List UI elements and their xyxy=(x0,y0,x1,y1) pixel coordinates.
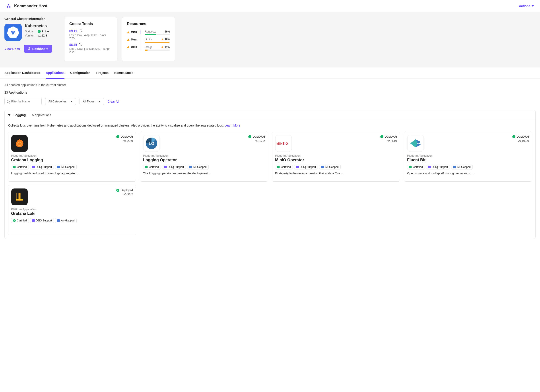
badge-support: D2iQ Support xyxy=(294,165,318,169)
app-icon xyxy=(407,135,424,152)
app-description: Open source and multi-platform log proce… xyxy=(407,172,529,175)
category-select[interactable]: All Categories xyxy=(45,98,76,105)
app-type: Platform Application xyxy=(11,207,133,211)
dashboard-button[interactable]: Dashboard xyxy=(24,45,52,53)
resource-tab-disk[interactable]: Disk xyxy=(127,45,138,49)
brand-logo-icon xyxy=(6,4,11,8)
check-circle-icon: ✓ xyxy=(248,135,251,138)
resource-tab-mem[interactable]: Mem xyxy=(127,38,138,41)
external-link-icon xyxy=(79,43,81,46)
app-card[interactable]: LO ✓Deployed v3.17.2 Platform Applicatio… xyxy=(140,132,268,182)
airgapped-icon xyxy=(57,219,60,222)
cost-value[interactable]: $8.75 xyxy=(69,43,112,46)
tab-projects[interactable]: Projects xyxy=(96,68,109,78)
clear-all-link[interactable]: Clear All xyxy=(107,100,119,103)
resource-tab-cpu[interactable]: CPU xyxy=(127,30,140,34)
badge-airgapped: Air-Gapped xyxy=(55,218,76,223)
cost-range: Last 7 Days | 29 Mar 2022 – 5 Apr 2022 xyxy=(69,47,112,54)
dashboard-label: Dashboard xyxy=(32,47,49,51)
airgapped-icon xyxy=(453,166,456,168)
tab-configuration[interactable]: Configuration xyxy=(70,68,90,78)
tab-application-dashboards[interactable]: Application Dashboards xyxy=(5,68,40,78)
tab-applications[interactable]: Applications xyxy=(46,68,65,79)
status-badge: ✓Deployed xyxy=(248,135,265,138)
view-docs-link[interactable]: View Docs xyxy=(5,47,20,51)
tab-namespaces[interactable]: Namespaces xyxy=(114,68,133,78)
filter-input-wrap[interactable] xyxy=(5,98,42,105)
type-label: All Types xyxy=(83,100,95,103)
app-version: v6.22.0 xyxy=(123,139,133,142)
badges: ✓Certified D2iQ Support Air-Gapped xyxy=(11,165,133,169)
app-card[interactable]: ✓Deployed v0.19.20 Platform Application … xyxy=(404,132,532,182)
category-label: All Categories xyxy=(49,100,66,103)
app-name: Grafana Loki xyxy=(11,211,133,216)
badge-airgapped: Air-Gapped xyxy=(451,165,472,169)
caret-down-icon xyxy=(8,114,10,116)
search-icon xyxy=(7,100,10,103)
badge-certified: ✓Certified xyxy=(275,165,293,169)
app-icon xyxy=(11,135,28,152)
app-icon: MINIO xyxy=(275,135,292,152)
airgapped-icon xyxy=(57,166,60,168)
app-icon: LO xyxy=(143,135,160,152)
app-version: v4.4.10 xyxy=(387,139,397,142)
warning-icon xyxy=(127,39,130,41)
actions-label: Actions xyxy=(519,4,530,8)
version-value: v1.22.8 xyxy=(38,34,47,37)
group-header[interactable]: Logging 5 applications xyxy=(5,110,535,120)
content: All enabled applications in the current … xyxy=(0,79,540,243)
external-link-icon xyxy=(79,30,81,32)
warning-icon xyxy=(161,39,164,40)
actions-dropdown[interactable]: Actions xyxy=(519,4,534,8)
badge-airgapped: Air-Gapped xyxy=(55,165,76,169)
svg-text:MIN: MIN xyxy=(276,142,283,145)
support-icon xyxy=(296,166,299,168)
support-icon xyxy=(428,166,431,168)
cost-value[interactable]: $9.11 xyxy=(69,29,112,33)
badge-airgapped: Air-Gapped xyxy=(187,165,208,169)
app-name: Grafana Logging xyxy=(11,158,133,162)
check-circle-icon: ✓ xyxy=(38,30,41,33)
app-cards-grid: ✓Deployed v6.22.0 Platform Application G… xyxy=(5,129,535,239)
app-name: MinIO Operator xyxy=(275,158,397,162)
app-description: The Logging operator automates the deplo… xyxy=(143,172,265,175)
warning-icon xyxy=(127,46,130,48)
app-type: Platform Application xyxy=(11,154,133,157)
learn-more-link[interactable]: Learn More xyxy=(225,124,240,127)
external-link-icon xyxy=(27,47,30,51)
badge-support: D2iQ Support xyxy=(30,218,54,223)
badge-support: D2iQ Support xyxy=(30,165,54,169)
cost-range: Last 1 Day | 4 Apr 2022 – 5 Apr 2022 xyxy=(69,34,112,40)
costs-card: Costs: Totals $9.11Last 1 Day | 4 Apr 20… xyxy=(64,17,117,61)
svg-rect-17 xyxy=(283,142,284,145)
svg-point-1 xyxy=(9,6,10,8)
app-name: Logging Operator xyxy=(143,158,265,162)
metric-limits: Limits98% xyxy=(145,38,170,43)
app-card[interactable]: MINIO ✓Deployed v4.4.10 Platform Applica… xyxy=(272,132,400,182)
support-icon xyxy=(32,166,35,168)
status-badge: ✓Deployed xyxy=(380,135,397,138)
app-card[interactable]: ✓Deployed v6.22.0 Platform Application G… xyxy=(8,132,136,182)
group-description: Collects logs over time from Kubernetes … xyxy=(5,120,535,129)
resources-title: Resources xyxy=(127,22,170,26)
app-description: First-party Kubernetes extension that ad… xyxy=(275,172,397,175)
costs-title: Costs: Totals xyxy=(69,22,112,26)
airgapped-icon xyxy=(189,166,192,168)
app-card[interactable]: ✓Deployed v0.33.2 Platform Application G… xyxy=(8,185,136,235)
check-circle-icon: ✓ xyxy=(512,135,515,138)
badges: ✓Certified D2iQ Support Air-Gapped xyxy=(143,165,265,169)
warning-icon xyxy=(161,46,164,48)
metric-requests: Requests46% xyxy=(145,30,170,35)
type-select[interactable]: All Types xyxy=(80,98,104,105)
status-badge: ✓Deployed xyxy=(116,135,133,138)
filter-input[interactable] xyxy=(11,100,39,103)
group-panel: Logging 5 applications Collects logs ove… xyxy=(5,110,535,239)
app-version: v0.33.2 xyxy=(123,193,133,196)
topbar: Kommander Host Actions xyxy=(0,0,540,12)
tabs: Application DashboardsApplicationsConfig… xyxy=(0,68,540,79)
group-desc-text: Collects logs over time from Kubernetes … xyxy=(8,124,225,127)
check-circle-icon: ✓ xyxy=(409,166,412,168)
brand: Kommander Host xyxy=(6,4,47,8)
svg-point-0 xyxy=(7,6,8,8)
chevron-down-icon xyxy=(532,5,534,7)
